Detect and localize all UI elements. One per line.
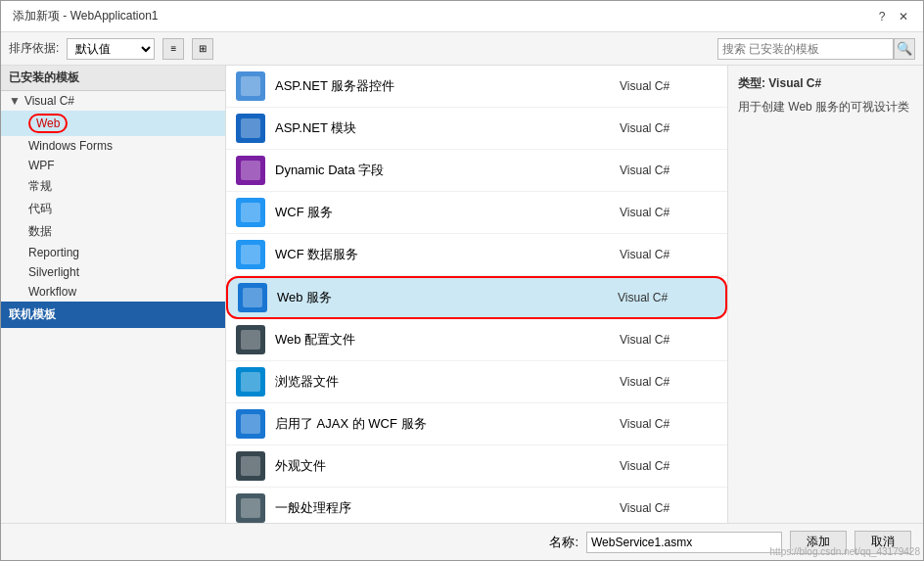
reporting-label: Reporting <box>28 246 79 259</box>
template-type: Visual C# <box>620 501 717 515</box>
template-name: 浏览器文件 <box>275 373 620 391</box>
template-type: Visual C# <box>620 79 717 93</box>
main-content: ASP.NET 服务器控件Visual C#ASP.NET 模块Visual C… <box>226 66 727 523</box>
question-btn[interactable]: ? <box>874 9 890 24</box>
template-item[interactable]: 外观文件Visual C# <box>226 445 727 488</box>
sidebar-item-silverlight[interactable]: Silverlight <box>1 262 225 282</box>
template-item[interactable]: WCF 数据服务Visual C# <box>226 234 727 276</box>
template-name: WCF 数据服务 <box>275 246 620 263</box>
expand-arrow: ▼ <box>9 94 21 108</box>
dialog: 添加新项 - WebApplication1 ? ✕ 排序依据: 默认值 名称 … <box>0 0 924 561</box>
template-type: Visual C# <box>620 333 717 347</box>
view-list-btn[interactable]: ≡ <box>162 38 184 60</box>
template-type: Visual C# <box>620 206 717 219</box>
windows-forms-label: Windows Forms <box>28 139 113 153</box>
silverlight-label: Silverlight <box>28 265 79 279</box>
body: 已安装的模板 ▼ Visual C# Web Windows Forms WPF… <box>1 66 923 523</box>
footer: 名称: 添加 取消 <box>1 523 923 560</box>
sidebar-item-reporting[interactable]: Reporting <box>1 243 225 262</box>
search-box: 🔍 <box>717 38 915 60</box>
search-input[interactable] <box>717 38 894 60</box>
tree-root-label: Visual C# <box>24 94 74 108</box>
template-name: 启用了 AJAX 的 WCF 服务 <box>275 415 620 433</box>
template-name: 一般处理程序 <box>275 499 620 517</box>
sidebar-item-web[interactable]: Web <box>1 111 225 136</box>
code-label: 代码 <box>28 202 52 215</box>
template-name: ASP.NET 服务器控件 <box>275 77 620 95</box>
sidebar-item-code[interactable]: 代码 <box>1 198 225 220</box>
sidebar-item-data[interactable]: 数据 <box>1 220 225 243</box>
web-highlight: Web <box>28 114 68 133</box>
template-type: Visual C# <box>620 121 717 135</box>
workflow-label: Workflow <box>28 285 76 299</box>
template-item[interactable]: 启用了 AJAX 的 WCF 服务Visual C# <box>226 403 727 445</box>
general-label: 常规 <box>28 179 52 193</box>
template-icon <box>236 156 265 185</box>
cancel-button[interactable]: 取消 <box>855 531 911 554</box>
name-label: 名称: <box>549 534 578 551</box>
right-panel-type: 类型: Visual C# <box>738 75 913 92</box>
sidebar-item-windows-forms[interactable]: Windows Forms <box>1 136 225 156</box>
title-bar: 添加新项 - WebApplication1 ? ✕ <box>1 1 923 32</box>
template-name: WCF 服务 <box>275 204 620 221</box>
title-controls: ? ✕ <box>874 9 911 24</box>
template-item[interactable]: 一般处理程序Visual C# <box>226 488 727 523</box>
online-templates-header[interactable]: 联机模板 <box>1 302 225 328</box>
template-icon <box>236 451 265 481</box>
template-icon <box>236 198 265 227</box>
template-icon <box>236 71 265 101</box>
dialog-title: 添加新项 - WebApplication1 <box>13 8 159 24</box>
template-name: 外观文件 <box>275 457 620 475</box>
filename-input[interactable] <box>586 532 782 553</box>
template-item[interactable]: 浏览器文件Visual C# <box>226 361 727 403</box>
tree-root-visual-csharp[interactable]: ▼ Visual C# <box>1 91 225 111</box>
template-list: ASP.NET 服务器控件Visual C#ASP.NET 模块Visual C… <box>226 66 727 523</box>
template-item[interactable]: ASP.NET 服务器控件Visual C# <box>226 66 727 108</box>
template-icon <box>236 367 265 397</box>
sidebar-item-workflow[interactable]: Workflow <box>1 282 225 302</box>
template-item[interactable]: Web 配置文件Visual C# <box>226 319 727 361</box>
template-type: Visual C# <box>620 248 717 261</box>
view-grid-btn[interactable]: ⊞ <box>192 38 213 60</box>
template-type: Visual C# <box>620 375 717 389</box>
sidebar: 已安装的模板 ▼ Visual C# Web Windows Forms WPF… <box>1 66 226 523</box>
template-item[interactable]: ASP.NET 模块Visual C# <box>226 108 727 150</box>
template-name: Web 服务 <box>277 289 618 306</box>
right-panel: 类型: Visual C# 用于创建 Web 服务的可视设计类 <box>727 66 923 523</box>
sort-label: 排序依据: <box>9 40 59 57</box>
add-button[interactable]: 添加 <box>790 531 847 554</box>
sidebar-item-wpf[interactable]: WPF <box>1 156 225 175</box>
data-label: 数据 <box>28 224 52 238</box>
right-panel-description: 用于创建 Web 服务的可视设计类 <box>738 98 913 116</box>
close-btn[interactable]: ✕ <box>896 9 911 24</box>
template-item[interactable]: Web 服务Visual C# <box>226 276 727 319</box>
template-type: Visual C# <box>620 164 717 177</box>
sidebar-item-general[interactable]: 常规 <box>1 175 225 198</box>
template-item[interactable]: WCF 服务Visual C# <box>226 192 727 234</box>
sort-select[interactable]: 默认值 名称 类型 <box>67 38 155 60</box>
template-icon <box>236 493 265 523</box>
template-icon <box>236 240 265 269</box>
template-name: ASP.NET 模块 <box>275 119 620 137</box>
installed-header: 已安装的模板 <box>1 66 225 91</box>
template-item[interactable]: Dynamic Data 字段Visual C# <box>226 150 727 192</box>
template-type: Visual C# <box>620 459 717 473</box>
template-type: Visual C# <box>620 417 717 431</box>
toolbar: 排序依据: 默认值 名称 类型 ≡ ⊞ 🔍 <box>1 32 923 66</box>
template-type: Visual C# <box>618 291 716 304</box>
search-btn[interactable]: 🔍 <box>894 38 915 60</box>
template-icon <box>236 325 265 354</box>
template-icon <box>238 283 267 312</box>
template-name: Dynamic Data 字段 <box>275 162 620 179</box>
template-icon <box>236 409 265 439</box>
wpf-label: WPF <box>28 159 55 172</box>
template-icon <box>236 114 265 143</box>
template-name: Web 配置文件 <box>275 331 620 349</box>
